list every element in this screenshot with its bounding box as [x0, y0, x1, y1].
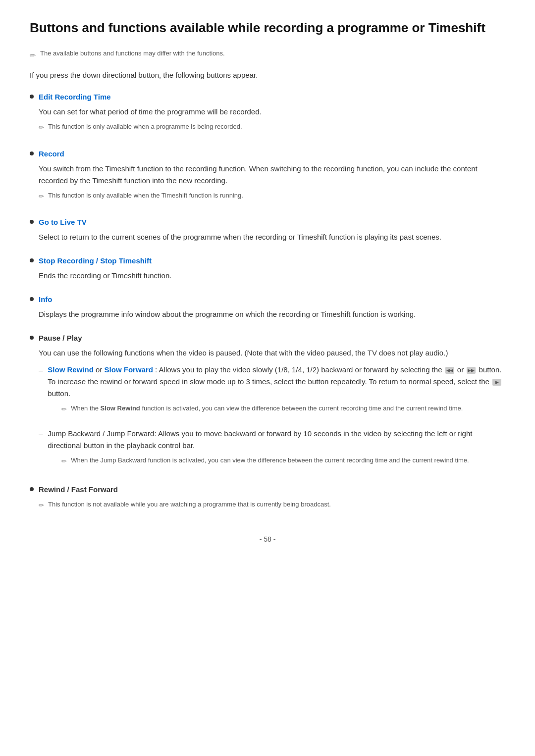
play-btn-icon: ▶: [492, 379, 501, 386]
bullet-dot: [30, 258, 34, 262]
section-record: Record You switch from the Timeshift fun…: [30, 148, 505, 205]
pencil-icon: ✏: [39, 123, 44, 133]
sub-note-record: ✏ This function is only available when t…: [39, 191, 505, 205]
sub-note-edit-recording-time: ✏ This function is only available when a…: [39, 122, 505, 136]
dash-symbol-jump: –: [39, 428, 43, 440]
section-stop-recording: Stop Recording / Stop Timeshift Ends the…: [30, 255, 505, 282]
sub-sub-note-slow-rewind: ✏ When the Slow Rewind function is activ…: [61, 403, 505, 418]
sub-note-slow-text: When the Slow Rewind function is activat…: [71, 403, 463, 414]
sub-sub-note-jump: ✏ When the Jump Backward function is act…: [61, 455, 505, 470]
section-edit-recording-time: Edit Recording Time You can set for what…: [30, 91, 505, 136]
bullet-dot: [30, 151, 34, 155]
bullet-dot: [30, 95, 34, 99]
section-body-text: Displays the programme info window about…: [39, 308, 505, 320]
slow-desc-1: : Allows you to play the video slowly (1…: [155, 365, 444, 374]
sub-note-slow: ✏ When the Slow Rewind function is activ…: [61, 403, 505, 418]
sub-note-jump: ✏ When the Jump Backward function is act…: [61, 455, 505, 470]
section-info: Info Displays the programme info window …: [30, 294, 505, 320]
section-pause-play: Pause / Play You can use the following f…: [30, 332, 505, 472]
intro-text: If you press the down directional button…: [30, 69, 505, 81]
pencil-icon: ✏: [39, 501, 44, 511]
rewind-btn-icon: ◀◀: [445, 367, 454, 374]
bullet-dot: [30, 336, 34, 340]
sub-note-text: This function is only available when the…: [48, 191, 243, 201]
slow-desc-3: button.: [48, 389, 70, 398]
dash-symbol: –: [39, 364, 43, 376]
forward-btn-icon: ▶▶: [467, 367, 476, 374]
section-rewind-fast-forward: Rewind / Fast Forward ✏ This function is…: [30, 484, 505, 514]
dash-list: – Slow Rewind or Slow Forward : Allows y…: [39, 364, 505, 472]
slow-rewind-label: Slow Rewind: [48, 365, 94, 374]
section-body-text: You switch from the Timeshift function t…: [39, 163, 505, 187]
section-title-rewind-fast-forward: Rewind / Fast Forward: [39, 484, 118, 496]
section-title-stop-recording: Stop Recording / Stop Timeshift: [39, 255, 152, 267]
section-body-record: You switch from the Timeshift function t…: [39, 163, 505, 205]
section-body-text: Select to return to the current scenes o…: [39, 231, 505, 243]
or-text-1: or: [96, 365, 105, 374]
bullet-dot: [30, 297, 34, 301]
section-title-record: Record: [39, 148, 64, 160]
section-body-rewind-fast-forward: ✏ This function is not available while y…: [39, 500, 505, 514]
section-body-text: You can set for what period of time the …: [39, 106, 505, 118]
section-body-pause-play: You can use the following functions when…: [39, 347, 505, 472]
pencil-icon: ✏: [61, 456, 67, 467]
section-title-info: Info: [39, 294, 53, 305]
sub-note-text: This function is only available when a p…: [48, 122, 242, 132]
bullet-dot: [30, 220, 34, 224]
dash-content-slow-rewind: Slow Rewind or Slow Forward : Allows you…: [48, 364, 505, 420]
section-title-edit-recording-time: Edit Recording Time: [39, 91, 111, 103]
bullet-dot: [30, 487, 34, 491]
section-body-go-to-live-tv: Select to return to the current scenes o…: [39, 231, 505, 243]
section-body-text: You can use the following functions when…: [39, 347, 505, 359]
sub-note-jump-text: When the Jump Backward function is activ…: [71, 455, 469, 466]
top-note-text: The available buttons and functions may …: [40, 49, 225, 59]
slow-forward-label: Slow Forward: [105, 365, 153, 374]
section-title-pause-play: Pause / Play: [39, 332, 82, 344]
dash-content-jump: Jump Backward / Jump Forward: Allows you…: [48, 428, 505, 472]
jump-desc: Jump Backward / Jump Forward: Allows you…: [48, 429, 472, 450]
page-title: Buttons and functions available while re…: [30, 20, 505, 37]
section-body-edit-recording-time: You can set for what period of time the …: [39, 106, 505, 136]
dash-item-jump: – Jump Backward / Jump Forward: Allows y…: [39, 428, 505, 472]
sub-note-rewind: ✏ This function is not available while y…: [39, 500, 505, 514]
pencil-icon: ✏: [39, 192, 44, 202]
section-go-to-live-tv: Go to Live TV Select to return to the cu…: [30, 216, 505, 243]
section-body-info: Displays the programme info window about…: [39, 308, 505, 320]
section-title-go-to-live-tv: Go to Live TV: [39, 216, 87, 228]
section-body-stop-recording: Ends the recording or Timeshift function…: [39, 270, 505, 282]
pencil-icon: ✏: [30, 50, 36, 61]
section-list: Edit Recording Time You can set for what…: [30, 91, 505, 514]
dash-item-slow-rewind: – Slow Rewind or Slow Forward : Allows y…: [39, 364, 505, 420]
top-note-block: ✏ The available buttons and functions ma…: [30, 49, 505, 61]
slow-rewind-bold: Slow Rewind: [101, 404, 140, 412]
sub-note-rewind-text: This function is not available while you…: [48, 500, 331, 510]
section-body-text: Ends the recording or Timeshift function…: [39, 270, 505, 282]
or-text-2: or: [457, 365, 466, 374]
pencil-icon: ✏: [61, 404, 67, 415]
page-number: - 58 -: [30, 534, 505, 545]
